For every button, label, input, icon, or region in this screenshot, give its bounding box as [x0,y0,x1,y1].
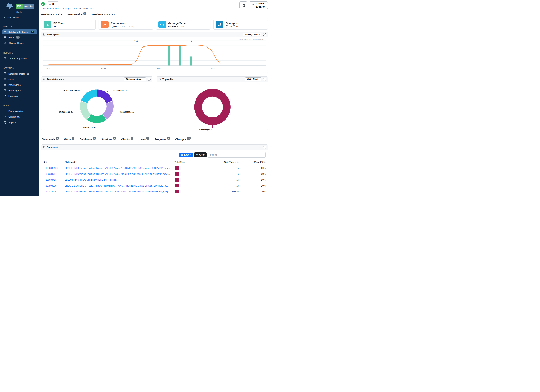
collapse-panel-button[interactable]: − [263,146,266,149]
sidebar-item[interactable]: Database Instances [2,71,37,76]
weight-value: 20% [239,167,265,169]
sort-icon: ⇅ [237,161,239,163]
statement-id-link[interactable]: 139638413 [46,179,56,181]
wait-time-value: 999ms [196,190,239,193]
sidebar-item-icon [4,115,6,118]
svg-text:⇄ 2: ⇄ 2 [189,40,192,42]
detail-tab[interactable]: Users 2 [138,137,149,142]
svg-text:139638413: 1s: 139638413: 1s [120,111,134,113]
panel-title: Time spent [47,33,59,36]
column-header-weight[interactable]: Weight %⇅ [239,161,265,164]
card-title: Average Time [168,21,186,25]
breadcrumb-link[interactable]: Activity [62,7,69,10]
statement-sql-link[interactable]: UPSERT INTO vehicle_location_histories V… [65,167,175,169]
top-statements-panel: Top statements Statements Chart ▾ − 8878… [41,76,152,130]
time-spent-panel: Time spent Activity Chart ▾ − Peak Time:… [41,32,268,73]
peak-annotation: Peak Time: 2s, Executions: 837 [239,39,265,41]
card-title: Changes [226,21,238,25]
sort-icon: ⇅ [45,161,47,163]
weight-value: 20% [239,190,265,193]
sidebar-item-label: Database Instances [8,73,29,75]
detail-tab[interactable]: Clients 2 [121,137,133,142]
main-tab[interactable]: Database Statistics [92,12,115,18]
breadcrumb-separator: › [60,7,61,10]
sidebar-item[interactable]: Licences [2,94,37,99]
detail-tab[interactable]: Programs 2 [154,137,170,142]
statement-id-link[interactable]: 887898099 [46,184,56,187]
tab-label: Waits [64,138,71,141]
search-input[interactable] [208,152,265,158]
sidebar-item[interactable]: Event Types [2,88,37,93]
detail-tab[interactable]: Waits 1 [64,137,75,142]
tab-label: Programs [155,138,166,141]
sidebar-item-label: Support [8,121,17,124]
detail-tab[interactable]: Sessions 2 [101,137,116,142]
table-header: #⇅ Statement Total Time Wait Time↑⇅ Weig… [44,159,265,165]
sidebar-item[interactable]: Database Instances 1 [2,29,37,34]
statement-id-link[interactable]: 1845898166 [46,167,58,169]
sidebar-item[interactable]: ⇄ Change History [2,40,37,45]
statements-chart-dropdown[interactable]: Statements Chart ▾ [124,77,146,81]
column-header-id[interactable]: #⇅ [44,161,65,164]
sidebar-items: Documentation Community Support [0,109,39,125]
detail-tab[interactable]: Databases 1 [80,137,96,142]
clear-button[interactable]: ↺ Clear [194,152,207,157]
collapse-panel-button[interactable]: − [148,78,150,81]
metric-cards: DB Time 5s Executions 6,320 ↗ 2,830 (123… [41,20,268,30]
main-tab[interactable]: Host Metrics 0 [67,12,86,18]
sidebar-item-icon: ⇄ [4,41,6,45]
statement-sql-link[interactable]: UPSERT INTO vehicle_location_histories V… [65,190,175,193]
trend-up-icon: ↗ [117,25,119,28]
sidebar-item[interactable]: Hosts 0 [2,35,37,40]
sidebar-items: Time Comparison [0,56,39,61]
statement-sql-link[interactable]: SELECT city, id FROM vehicles WHERE city… [65,179,117,181]
breadcrumb-link[interactable]: Instances [43,7,52,10]
activity-chart-dropdown[interactable]: Activity Chart ▾ [243,33,261,36]
statement-sql-link[interactable]: CREATE STATISTICS __auto__ FROM [63] WIT… [65,184,169,187]
health-shield-icon [41,2,45,7]
time-range-date: 13th Jan [256,5,265,8]
tab-label: Clients [121,138,130,141]
sidebar-item[interactable]: Hosts [2,77,37,82]
main-tab[interactable]: Database Activity [41,12,62,18]
sidebar-item-icon [4,89,6,92]
collapse-panel-button[interactable]: − [263,78,266,81]
sidebar-item[interactable]: Integrations [2,82,37,87]
card-value: 6,320 [111,25,117,28]
sidebar-item[interactable]: Time Comparison [2,56,37,61]
section-label: ANALYSIS [0,24,39,29]
tab-badge: 1 [93,137,96,140]
sidebar-item-label: Database Instances [8,31,29,33]
sidebar-item[interactable]: Support [2,120,37,125]
sidebar-section-reports: REPORTS Time Comparison [0,48,39,64]
svg-text:326238714: 1s: 326238714: 1s [83,127,96,129]
statement-id-link[interactable]: 287474436 [46,190,56,193]
instance-selector[interactable]: crdb ▾ [47,1,59,7]
sidebar: DB marlin Starter « Hide Menu ANALYSIS D… [0,0,39,196]
copy-link-button[interactable] [239,1,247,9]
sidebar-item[interactable]: Documentation [2,109,37,114]
sidebar-item-label: Event Types [8,89,21,92]
column-header-statement[interactable]: Statement [65,161,175,164]
svg-text:14:50: 14:50 [46,67,51,69]
waits-chart-dropdown[interactable]: Waits Chart ▾ [245,77,261,81]
statement-id-link[interactable]: 326238714 [46,173,56,175]
svg-text:1845898166: 1s: 1845898166: 1s [59,111,73,113]
column-header-wait-time[interactable]: Wait Time↑⇅ [196,161,239,164]
breadcrumb-link[interactable]: crdb [55,7,59,10]
column-header-total-time[interactable]: Total Time [175,161,196,164]
collapse-panel-button[interactable]: − [263,33,266,36]
brand-area: DB marlin Starter [0,0,39,14]
topbar: crdb ▾ Instances › crdb › Activity › 13t… [39,0,270,11]
statement-color-bar [44,184,44,188]
sidebar-item[interactable]: Community [2,114,37,119]
detail-tab[interactable]: Changes 20 [175,137,191,142]
time-range-button[interactable]: Custom 13th Jan [249,1,268,9]
export-button[interactable]: Export [179,153,193,157]
detail-tab[interactable]: Statements 5 [41,137,59,142]
hide-menu-button[interactable]: « Hide Menu [0,14,39,22]
wait-time-value: 1s [196,179,239,181]
statement-sql-link[interactable]: UPSERT INTO vehicle_location_histories V… [65,173,175,175]
content: DB Time 5s Executions 6,320 ↗ 2,830 (123… [39,18,270,196]
sidebar-item-badge: 1 [31,31,34,33]
